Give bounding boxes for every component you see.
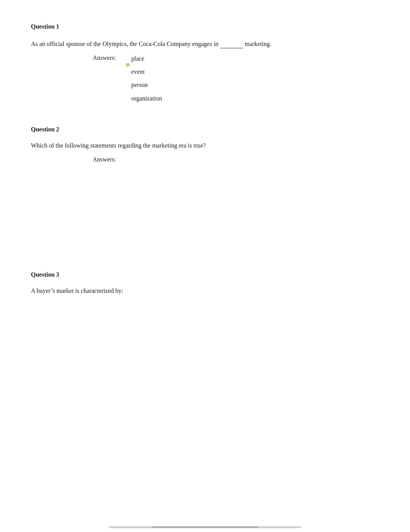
answer-marker-dot [126, 63, 130, 67]
question-1-answers-section: Answers: place event person organization [93, 54, 379, 103]
question-1-option-0[interactable]: place [131, 54, 162, 63]
question-1-option-1[interactable]: event [131, 68, 162, 76]
question-3-block: Question 3 A buyer’s market is character… [31, 271, 379, 296]
question-1-answers-row: Answers: place event person organization [93, 54, 379, 103]
scrollbar-thumb [152, 526, 258, 528]
question-1-text-part2: marketing. [245, 41, 271, 47]
question-3-text: A buyer’s market is characterized by: [31, 286, 379, 296]
question-1-option-2[interactable]: person [131, 81, 162, 89]
question-1-label: Question 1 [31, 23, 379, 30]
question-1-options-list: place event person organization [131, 54, 162, 103]
question-2-block: Question 2 Which of the following statem… [31, 126, 379, 163]
question-1-answers-label: Answers: [93, 54, 124, 61]
question-1-block: Question 1 As an official sponsor of the… [31, 23, 379, 103]
question-2-answers-label: Answers: [93, 156, 379, 163]
page-scrollbar[interactable] [108, 526, 302, 528]
question-1-text-part1: As an official sponsor of the Olympics, … [31, 41, 220, 47]
question-1-option-3[interactable]: organization [131, 94, 162, 103]
question-1-text: As an official sponsor of the Olympics, … [31, 38, 379, 49]
question-2-text: Which of the following statements regard… [31, 141, 379, 151]
question-3-label: Question 3 [31, 271, 379, 278]
question-1-blank [220, 38, 243, 48]
question-2-label: Question 2 [31, 126, 379, 133]
